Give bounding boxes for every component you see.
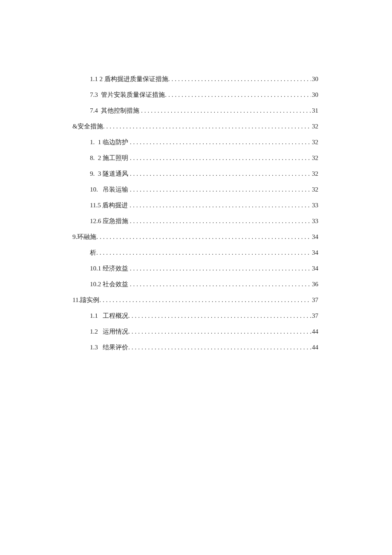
toc-entry: 1.3 结果评价................................… bbox=[0, 344, 392, 351]
toc-leader-dots: ........................................… bbox=[168, 76, 311, 82]
toc-page-number: 33 bbox=[311, 218, 318, 224]
toc-leader-dots: ........................................… bbox=[130, 186, 311, 193]
toc-entry: 析.......................................… bbox=[0, 250, 392, 256]
toc-page-number: 32 bbox=[311, 155, 318, 161]
toc-entry: 11.5 盾构掘进 ..............................… bbox=[0, 202, 392, 209]
toc-entry: 9. 3 隧道通风 ..............................… bbox=[0, 171, 392, 177]
toc-leader-dots: ........................................… bbox=[130, 265, 311, 272]
toc-entry: 9.环融施...................................… bbox=[0, 234, 392, 240]
toc-entry: 7.4 其他控制措施 .............................… bbox=[0, 108, 392, 114]
toc-label: 1.1 2 盾构掘进质量保证措施 bbox=[90, 76, 168, 82]
toc-leader-dots: ........................................… bbox=[128, 313, 311, 319]
toc-label: 析 bbox=[90, 250, 96, 256]
toc-page-number: 33 bbox=[311, 202, 318, 209]
toc-leader-dots: ........................................… bbox=[130, 281, 311, 288]
toc-label: 10.2 社会效益 bbox=[90, 281, 130, 288]
toc-page-number: 37 bbox=[311, 297, 318, 303]
page-content: 1.1 2 盾构掘进质量保证措施........................… bbox=[0, 0, 392, 555]
toc-leader-dots: ........................................… bbox=[130, 202, 311, 209]
toc-page-number: 37 bbox=[311, 313, 318, 319]
toc-label: 10.1 经济效益 bbox=[90, 265, 130, 272]
toc-entry: 10.2 社会效益 ..............................… bbox=[0, 281, 392, 288]
toc-entry: 1. 1 临边防护 ..............................… bbox=[0, 139, 392, 145]
toc-label: 9.环融施 bbox=[72, 234, 96, 240]
toc-leader-dots: ........................................… bbox=[141, 108, 311, 114]
toc-page-number: 32 bbox=[311, 139, 318, 145]
toc-label: 1.1 工程概况 bbox=[90, 313, 128, 319]
toc-leader-dots: ........................................… bbox=[99, 297, 311, 303]
toc-label: 7.3 管片安装质量保证措施 bbox=[90, 92, 165, 98]
toc-leader-dots: ........................................… bbox=[128, 344, 311, 351]
toc-entry: 10.1 经济效益 ..............................… bbox=[0, 265, 392, 272]
toc-page-number: 32 bbox=[311, 123, 318, 130]
toc-leader-dots: ........................................… bbox=[96, 250, 311, 256]
toc-entry: 1.2 运用情况................................… bbox=[0, 328, 392, 335]
toc-entry: 1.1 2 盾构掘进质量保证措施........................… bbox=[0, 76, 392, 82]
toc-leader-dots: ........................................… bbox=[128, 328, 311, 335]
toc-leader-dots: ........................................… bbox=[103, 123, 311, 130]
toc-page-number: 34 bbox=[311, 234, 318, 240]
toc-page-number: 44 bbox=[311, 328, 318, 335]
toc-label: 7.4 其他控制措施 bbox=[90, 108, 141, 114]
toc-page-number: 32 bbox=[311, 186, 318, 193]
toc-page-number: 34 bbox=[311, 265, 318, 272]
toc-entry: 11.躊实例..................................… bbox=[0, 297, 392, 303]
toc-leader-dots: ........................................… bbox=[165, 92, 311, 98]
toc-page-number: 32 bbox=[311, 171, 318, 177]
toc-leader-dots: ........................................… bbox=[130, 218, 311, 224]
toc-label: 11.5 盾构掘进 bbox=[90, 202, 130, 209]
toc-page-number: 34 bbox=[311, 250, 318, 256]
toc-label: 1. 1 临边防护 bbox=[90, 139, 130, 145]
toc-leader-dots: ........................................… bbox=[130, 171, 311, 177]
toc-entry: 8. 2 施工照明 ..............................… bbox=[0, 155, 392, 161]
toc-label: 9. 3 隧道通风 bbox=[90, 171, 130, 177]
toc-entry: 7.3 管片安装质量保证措施..........................… bbox=[0, 92, 392, 98]
toc-page-number: 30 bbox=[311, 76, 318, 82]
toc-entry: 12.6 应急措施 ..............................… bbox=[0, 218, 392, 224]
toc-label: &安全措施 bbox=[72, 123, 103, 130]
table-of-contents: 1.1 2 盾构掘进质量保证措施........................… bbox=[0, 76, 392, 351]
toc-label: 1.3 结果评价 bbox=[90, 344, 128, 351]
toc-label: 10. 吊装运输 bbox=[90, 186, 130, 193]
toc-entry: 10. 吊装运输 ...............................… bbox=[0, 186, 392, 193]
toc-label: 8. 2 施工照明 bbox=[90, 155, 130, 161]
toc-entry: &安全措施...................................… bbox=[0, 123, 392, 130]
toc-label: 12.6 应急措施 bbox=[90, 218, 130, 224]
toc-label: 1.2 运用情况 bbox=[90, 328, 128, 335]
toc-label: 11.躊实例 bbox=[72, 297, 99, 303]
toc-leader-dots: ........................................… bbox=[130, 139, 311, 145]
toc-leader-dots: ........................................… bbox=[96, 234, 311, 240]
toc-page-number: 30 bbox=[311, 92, 318, 98]
toc-page-number: 44 bbox=[311, 344, 318, 351]
toc-page-number: 36 bbox=[311, 281, 318, 288]
toc-leader-dots: ........................................… bbox=[130, 155, 311, 161]
toc-entry: 1.1 工程概况................................… bbox=[0, 313, 392, 319]
toc-page-number: 31 bbox=[311, 108, 318, 114]
